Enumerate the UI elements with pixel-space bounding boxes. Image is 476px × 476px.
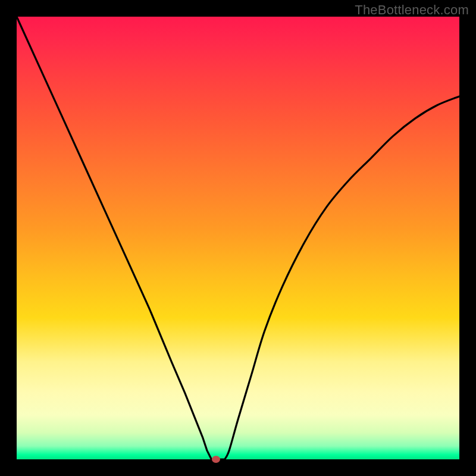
optimum-marker	[212, 456, 220, 463]
plot-area	[17, 17, 459, 459]
bottleneck-curve	[17, 17, 459, 459]
watermark-text: TheBottleneck.com	[355, 2, 469, 18]
chart-frame: TheBottleneck.com	[0, 0, 476, 476]
